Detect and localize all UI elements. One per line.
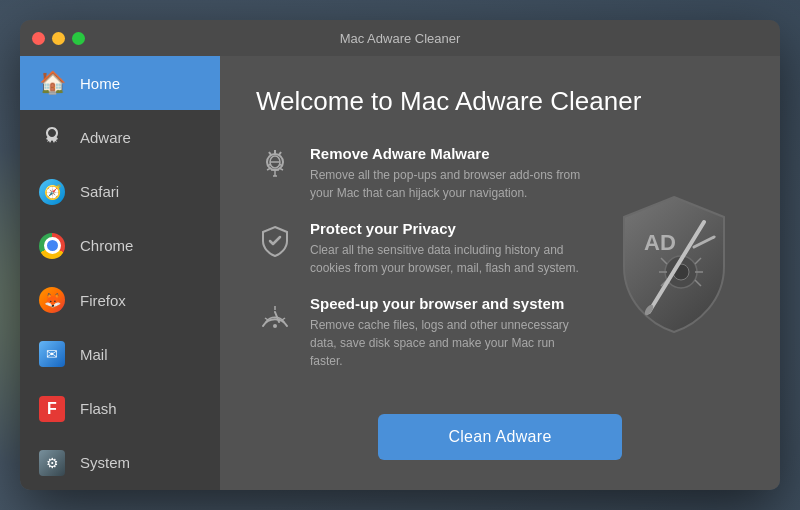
sidebar-label-flash: Flash [80,400,117,417]
sidebar-label-mail: Mail [80,346,108,363]
close-button[interactable] [32,32,45,45]
feature-adware-heading: Remove Adware Malware [310,145,584,162]
sidebar-label-home: Home [80,75,120,92]
svg-line-2 [269,152,271,155]
svg-point-14 [273,324,277,328]
system-icon: ⚙ [38,449,66,477]
sidebar-label-chrome: Chrome [80,237,133,254]
feature-speed: Speed-up your browser and system Remove … [256,295,584,370]
window-title: Mac Adware Cleaner [340,31,461,46]
svg-line-3 [279,152,281,155]
sidebar-item-home[interactable]: 🏠 Home [20,56,220,110]
home-icon: 🏠 [38,69,66,97]
sidebar: 🏠 Home Adware 🧭 Safari [20,56,220,490]
features-list: Remove Adware Malware Remove all the pop… [256,145,584,394]
feature-adware-text: Remove Adware Malware Remove all the pop… [310,145,584,202]
sidebar-item-adware[interactable]: Adware [20,110,220,164]
feature-privacy-heading: Protect your Privacy [310,220,584,237]
window-controls [32,32,85,45]
sidebar-label-safari: Safari [80,183,119,200]
chrome-icon [38,232,66,260]
svg-text:AD: AD [644,230,676,255]
feature-speed-heading: Speed-up your browser and system [310,295,584,312]
feature-privacy-text: Protect your Privacy Clear all the sensi… [310,220,584,277]
feature-adware-desc: Remove all the pop-ups and browser add-o… [310,166,584,202]
adware-icon [38,123,66,151]
feature-adware: Remove Adware Malware Remove all the pop… [256,145,584,202]
content-area: 🏠 Home Adware 🧭 Safari [20,56,780,490]
clean-btn-area: Clean Adware [256,414,744,460]
sidebar-label-firefox: Firefox [80,292,126,309]
feature-adware-icon [256,147,294,185]
feature-speed-desc: Remove cache files, logs and other unnec… [310,316,584,370]
features-area: Remove Adware Malware Remove all the pop… [256,145,744,394]
safari-icon: 🧭 [38,178,66,206]
sidebar-item-safari[interactable]: 🧭 Safari [20,165,220,219]
maximize-button[interactable] [72,32,85,45]
page-title: Welcome to Mac Adware Cleaner [256,86,744,117]
app-window: Mac Adware Cleaner 🏠 Home Adware 🧭 [20,20,780,490]
firefox-icon: 🦊 [38,286,66,314]
flash-icon: F [38,395,66,423]
minimize-button[interactable] [52,32,65,45]
main-content: Welcome to Mac Adware Cleaner [220,56,780,490]
shield-graphic: AD [604,195,744,335]
feature-speed-icon [256,297,294,335]
titlebar: Mac Adware Cleaner [20,20,780,56]
sidebar-label-system: System [80,454,130,471]
sidebar-label-adware: Adware [80,129,131,146]
feature-privacy-desc: Clear all the sensitive data including h… [310,241,584,277]
feature-privacy: Protect your Privacy Clear all the sensi… [256,220,584,277]
sidebar-item-flash[interactable]: F Flash [20,382,220,436]
mail-icon: ✉ [38,340,66,368]
feature-speed-text: Speed-up your browser and system Remove … [310,295,584,370]
feature-privacy-icon [256,222,294,260]
sidebar-item-mail[interactable]: ✉ Mail [20,327,220,381]
svg-line-15 [265,318,268,320]
clean-adware-button[interactable]: Clean Adware [378,414,621,460]
sidebar-item-system[interactable]: ⚙ System [20,436,220,490]
svg-line-17 [282,318,285,320]
sidebar-item-firefox[interactable]: 🦊 Firefox [20,273,220,327]
sidebar-item-chrome[interactable]: Chrome [20,219,220,273]
